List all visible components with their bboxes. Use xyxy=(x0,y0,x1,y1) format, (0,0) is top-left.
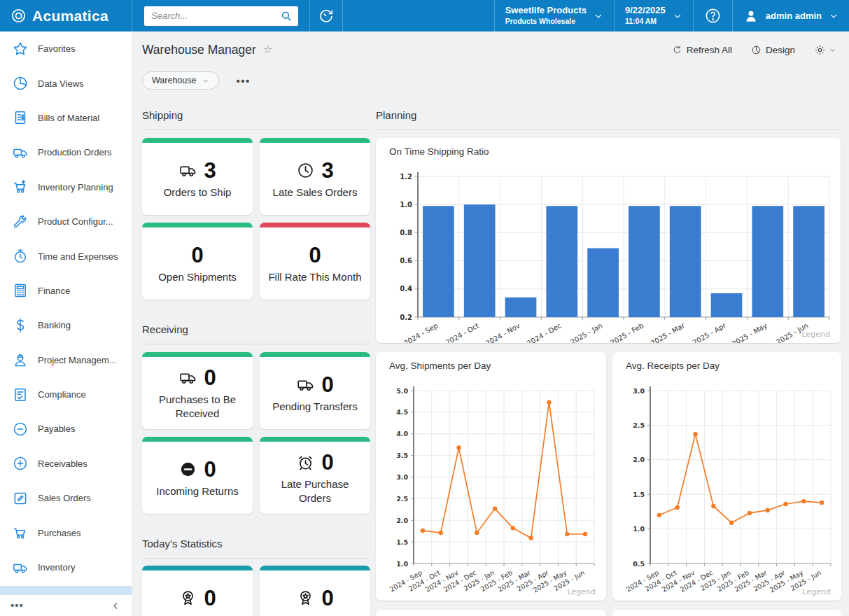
design-button[interactable]: Design xyxy=(751,45,795,55)
kpi-accent-bar xyxy=(260,223,370,227)
sidebar-item-banking[interactable]: Banking xyxy=(0,308,132,342)
svg-text:2024 - Dec: 2024 - Dec xyxy=(526,321,563,343)
sidebar-more-button[interactable]: ••• xyxy=(10,602,24,609)
chart-card-on-time-shipping-ratio[interactable]: On Time Shipping Ratio 0.20.40.60.81.01.… xyxy=(376,138,841,343)
minus-circle-filled-icon xyxy=(178,460,197,479)
sidebar-item-production-orders[interactable]: Production Orders xyxy=(0,135,132,169)
stopwatch-icon xyxy=(12,248,29,265)
kpi-label: Fill Rate This Month xyxy=(264,270,365,284)
chevron-down-icon xyxy=(202,77,209,85)
sidebar-item-receivables[interactable]: Receivables xyxy=(0,447,132,481)
acumatica-logo[interactable]: Acumatica xyxy=(0,0,132,31)
chart-title: Avg. Shipments per Day xyxy=(389,360,491,371)
business-date-icon xyxy=(318,8,335,24)
kpi-card-late-purchase-orders[interactable]: 0 Late Purchase Orders xyxy=(260,437,370,514)
dashboard-settings-button[interactable] xyxy=(814,44,836,56)
warehouse-filter-dropdown[interactable]: Warehouse xyxy=(142,71,219,90)
kpi-card-incoming-returns[interactable]: 0 Incoming Returns xyxy=(142,437,253,514)
svg-text:0.2: 0.2 xyxy=(400,314,412,321)
plus-circle-icon xyxy=(12,455,29,472)
truck-icon xyxy=(178,368,197,387)
kpi-value: 0 xyxy=(321,586,333,611)
chart-card-avg-shipments-per-day[interactable]: Avg. Shipments per Day 1.01.52.02.53.03.… xyxy=(376,352,606,601)
global-search[interactable] xyxy=(144,6,298,26)
kpi-card-pending-transfers[interactable]: 0 Pending Transfers xyxy=(260,352,370,429)
refresh-all-button[interactable]: Refresh All xyxy=(672,45,732,55)
kpi-card-processed-1[interactable]: 0 Processed xyxy=(142,566,253,616)
warehouse-filter-label: Warehouse xyxy=(152,76,196,85)
kpi-value: 3 xyxy=(204,158,216,183)
award-icon xyxy=(296,589,315,608)
sidebar-item-finance[interactable]: Finance xyxy=(0,274,132,308)
sidebar-item-label: Inventory Planning xyxy=(38,182,113,192)
bill-icon xyxy=(12,109,29,126)
sidebar-item-product-configur[interactable]: Product Configur... xyxy=(0,204,132,239)
calculator-icon xyxy=(12,282,29,299)
partial-card[interactable] xyxy=(376,610,606,616)
kpi-card-late-sales-orders[interactable]: 3 Late Sales Orders xyxy=(260,138,370,215)
kpi-accent-bar xyxy=(260,138,370,143)
sidebar-item-time-and-expenses[interactable]: Time and Expenses xyxy=(0,239,132,273)
kpi-card-purchases-to-be-received[interactable]: 0 Purchases to Be Received xyxy=(142,352,253,429)
svg-text:2025 - Apr: 2025 - Apr xyxy=(692,321,728,343)
kpi-card-open-shipments[interactable]: 0 Open Shipments xyxy=(142,223,253,300)
sidebar-item-sales-orders[interactable]: Sales Orders xyxy=(0,481,132,515)
partial-card[interactable] xyxy=(612,610,841,616)
kpi-label: Purchases to Be Received xyxy=(142,393,253,421)
kpi-value: 0 xyxy=(191,243,203,268)
kpi-card-fill-rate[interactable]: 0 Fill Rate This Month xyxy=(260,223,370,300)
search-input[interactable] xyxy=(150,10,280,22)
section-header-stats: Today's Statistics xyxy=(142,538,370,559)
shipping-cards: 3 Orders to Ship 3 Late Sales Orders 0 O… xyxy=(142,138,370,300)
sidebar-items: FavoritesData ViewsBills of MaterialProd… xyxy=(0,31,132,586)
user-menu[interactable]: admin admin xyxy=(732,0,849,31)
kpi-card-orders-to-ship[interactable]: 3 Orders to Ship xyxy=(142,138,253,215)
sidebar-item-label: Purchases xyxy=(38,528,80,538)
user-name: admin admin xyxy=(766,10,822,21)
help-button[interactable] xyxy=(693,0,732,31)
topbar-divider xyxy=(132,0,132,31)
page-header: Warehouse Manager ☆ Refresh All Design xyxy=(142,38,836,61)
sidebar-item-bills-of-material[interactable]: Bills of Material xyxy=(0,101,132,135)
collapse-sidebar-button[interactable] xyxy=(111,601,121,611)
chart-legend-label[interactable]: Legend xyxy=(802,330,830,339)
chart-legend-label[interactable]: Legend xyxy=(568,587,596,596)
sidebar-item-inventory-planning[interactable]: Inventory Planning xyxy=(0,170,132,204)
chart-legend-label[interactable]: Legend xyxy=(803,587,831,596)
sidebar-item-favorites[interactable]: Favorites xyxy=(0,31,132,66)
sidebar-item-inventory[interactable]: Inventory xyxy=(0,550,132,584)
sidebar-item-project-managem[interactable]: Project Managem... xyxy=(0,343,132,377)
refresh-all-label: Refresh All xyxy=(687,45,732,55)
user-icon xyxy=(743,8,759,24)
sidebar-item-data-views[interactable]: Data Views xyxy=(0,66,132,100)
sidebar-item-label: Data Views xyxy=(38,78,84,89)
design-label: Design xyxy=(766,45,795,55)
sidebar-item-payables[interactable]: Payables xyxy=(0,412,132,446)
svg-text:4.0: 4.0 xyxy=(396,430,408,438)
kpi-card-processed-2[interactable]: 0 Processed xyxy=(260,566,370,616)
date-time-selector[interactable]: 9/22/2025 11:04 AM xyxy=(614,0,693,31)
sidebar-item-label: Sales Orders xyxy=(38,493,91,503)
kpi-label: Pending Transfers xyxy=(268,400,362,414)
favorite-star-icon[interactable]: ☆ xyxy=(263,43,272,56)
kpi-label: Late Purchase Orders xyxy=(260,477,370,506)
svg-text:1.2: 1.2 xyxy=(400,173,412,181)
kpi-value: 0 xyxy=(204,365,216,391)
worker-icon xyxy=(12,351,29,368)
page-title: Warehouse Manager xyxy=(142,43,256,57)
sidebar-item-label: Product Configur... xyxy=(38,216,113,227)
tenant-selector[interactable]: Sweetlife Products Products Wholesale xyxy=(494,0,614,31)
sidebar-item-compliance[interactable]: Compliance xyxy=(0,377,132,412)
kpi-label: Processed xyxy=(169,613,227,616)
toolbar-more-button[interactable]: ••• xyxy=(236,75,250,87)
sidebar-item-label: Payables xyxy=(38,424,75,434)
sidebar-item-purchases[interactable]: Purchases xyxy=(0,515,132,550)
search-icon[interactable] xyxy=(280,10,293,22)
truck-icon xyxy=(296,375,315,394)
chart-card-avg-receipts-per-day[interactable]: Avg. Receipts per Day 0.51.01.52.02.53.0… xyxy=(612,352,841,601)
chevron-down-icon xyxy=(829,11,839,21)
bar-chart: 0.20.40.60.81.01.22024 - Sep2024 - Oct20… xyxy=(381,164,838,343)
business-date-button[interactable] xyxy=(310,0,342,31)
sidebar-item-label: Compliance xyxy=(38,389,86,400)
truck-icon xyxy=(12,559,29,576)
